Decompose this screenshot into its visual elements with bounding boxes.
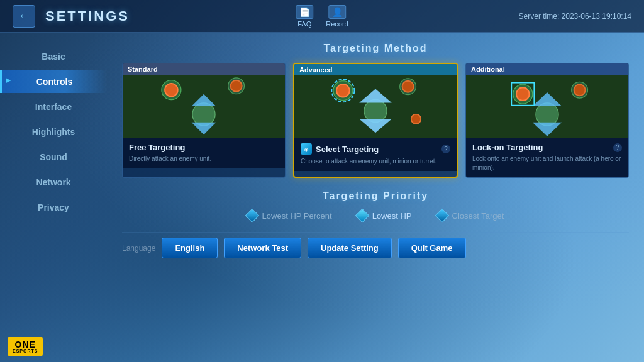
card-preview-additional [466, 75, 628, 138]
priority-diamond-hp [355, 209, 369, 223]
server-time: Server time: 2023-06-13 19:10:14 [519, 12, 631, 21]
card-preview-advanced [294, 75, 457, 138]
top-bar: ← SETTINGS 📄 FAQ 👤 Record Server time: 2… [0, 0, 644, 33]
priority-lowest-hp-percent[interactable]: Lowest HP Percent [247, 211, 332, 221]
sidebar-item-interface[interactable]: Interface [0, 96, 107, 118]
select-targeting-icon: ◈ [301, 143, 312, 155]
card-label-additional: Additional [466, 63, 628, 75]
help-icon-additional: ? [613, 143, 622, 152]
priority-closest-target[interactable]: Closest Target [437, 211, 504, 221]
card-desc-advanced: Choose to attack an enemy unit, minion o… [301, 157, 450, 166]
card-label-advanced: Advanced [294, 64, 457, 75]
card-name-advanced: Select Targeting [316, 145, 379, 154]
faq-icon: 📄 [296, 5, 313, 19]
record-button[interactable]: 👤 Record [326, 5, 348, 28]
back-button[interactable]: ← [13, 5, 35, 28]
card-name-standard: Free Targeting [129, 143, 185, 152]
card-info-advanced: ◈ Select Targeting ? Choose to attack an… [294, 138, 457, 171]
targeting-card-standard[interactable]: Standard Free Targeting [122, 63, 286, 178]
one-esports-logo: ONE ESPORTS [8, 337, 43, 356]
sidebar-item-highlights[interactable]: Highlights [0, 121, 107, 143]
priority-lowest-hp[interactable]: Lowest HP [357, 211, 412, 221]
faq-button[interactable]: 📄 FAQ [296, 5, 313, 28]
card-info-standard: Free Targeting Directly attack an enemy … [123, 138, 285, 168]
sidebar-item-sound[interactable]: Sound [0, 146, 107, 168]
bottom-bar: Language English Network Test Update Set… [122, 232, 629, 258]
page-title: SETTINGS [45, 8, 130, 25]
targeting-cards: Standard Free Targeting [122, 63, 629, 178]
targeting-priority-title: Targeting Priority [122, 190, 629, 202]
svg-point-5 [231, 80, 242, 92]
language-label: Language [122, 244, 155, 253]
card-info-additional: Lock-on Targeting ? Lock onto an enemy u… [466, 138, 628, 177]
sidebar-item-controls[interactable]: Controls [0, 70, 107, 93]
language-button[interactable]: English [162, 238, 218, 258]
card-desc-standard: Directly attack an enemy unit. [129, 155, 279, 163]
svg-point-19 [574, 84, 586, 96]
targeting-card-advanced[interactable]: Advanced [293, 63, 458, 178]
svg-point-3 [192, 103, 215, 126]
quit-game-button[interactable]: Quit Game [398, 238, 466, 258]
svg-point-4 [165, 84, 178, 97]
update-setting-button[interactable]: Update Setting [308, 238, 392, 258]
targeting-card-additional[interactable]: Additional [465, 63, 629, 178]
top-center-nav: 📄 FAQ 👤 Record [296, 5, 348, 28]
help-icon-advanced: ? [441, 145, 450, 153]
svg-point-18 [516, 87, 530, 101]
svg-point-9 [364, 99, 387, 122]
priority-options: Lowest HP Percent Lowest HP Closest Targ… [122, 211, 629, 221]
record-icon: 👤 [328, 5, 346, 19]
priority-diamond-closest [435, 209, 449, 223]
svg-point-17 [536, 103, 558, 126]
logo-esports-text: ESPORTS [13, 349, 38, 353]
network-test-button[interactable]: Network Test [224, 238, 301, 258]
targeting-method-title: Targeting Method [122, 43, 629, 54]
card-desc-additional: Lock onto an enemy unit and launch attac… [472, 155, 622, 172]
targeting-priority-section: Targeting Priority Lowest HP Percent Low… [122, 190, 629, 221]
sidebar: Basic Controls Interface Highlights Soun… [0, 33, 107, 362]
card-name-additional: Lock-on Targeting [472, 143, 543, 152]
card-preview-standard [123, 75, 285, 138]
card-label-standard: Standard [123, 63, 285, 75]
logo-one-text: ONE [15, 340, 36, 349]
svg-point-10 [336, 84, 350, 97]
sidebar-item-privacy[interactable]: Privacy [0, 196, 107, 219]
sidebar-item-basic[interactable]: Basic [0, 45, 107, 68]
svg-point-11 [402, 81, 414, 92]
priority-diamond-hp-percent [245, 209, 259, 223]
sidebar-item-network[interactable]: Network [0, 171, 107, 194]
svg-point-12 [411, 114, 421, 124]
content-area: Targeting Method Standard [107, 33, 644, 362]
main-layout: Basic Controls Interface Highlights Soun… [0, 33, 644, 362]
